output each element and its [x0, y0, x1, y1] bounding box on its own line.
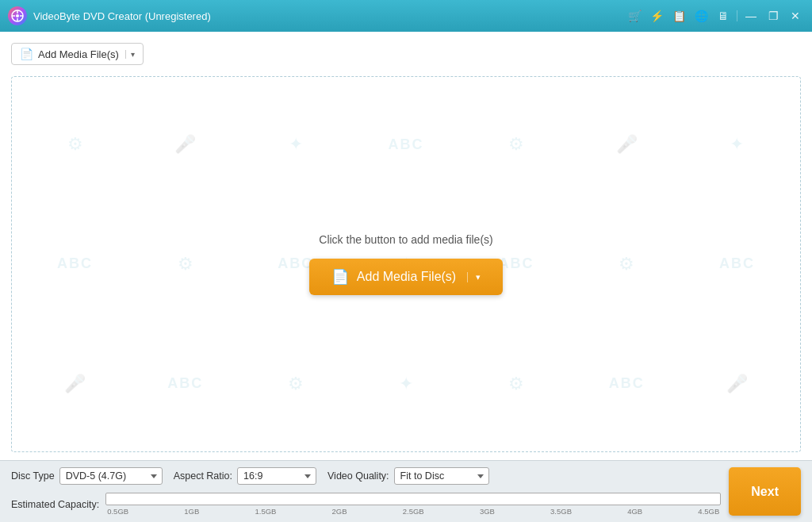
capacity-bar: [105, 493, 721, 505]
bottom-controls: Disc Type DVD-5 (4.7G) Aspect Ratio: 16:…: [11, 467, 721, 485]
wm-text-5: ABC: [719, 255, 755, 272]
wm-icon-9: ⚙: [619, 254, 634, 274]
wm-icon-1: ⚙: [67, 134, 83, 155]
bottom-bar: Disc Type DVD-5 (4.7G) Aspect Ratio: 16:…: [0, 460, 812, 522]
title-bar: VideoByte DVD Creator (Unregistered) 🛒 ⚡…: [0, 0, 812, 32]
aspect-ratio-select[interactable]: 16:9: [237, 467, 316, 485]
minimize-icon[interactable]: —: [742, 7, 760, 25]
wm-icon-14: 🎤: [726, 374, 748, 394]
capacity-row: Estimated Capacity: 0.5GB 1GB 1.5GB 2GB …: [11, 493, 721, 516]
add-media-center-dropdown-arrow[interactable]: ▾: [467, 272, 481, 282]
title-bar-controls: 🛒 ⚡ 📋 🌐 🖥 — ❐ ✕: [626, 7, 804, 25]
wm-text-3: ABC: [278, 255, 313, 272]
video-quality-group: Video Quality: Fit to Disc: [327, 467, 489, 485]
capacity-bar-wrap: 0.5GB 1GB 1.5GB 2GB 2.5GB 3GB 3.5GB 4GB …: [105, 493, 721, 516]
add-media-toolbar-icon: 📄: [20, 48, 33, 60]
cart-icon[interactable]: 🛒: [626, 7, 643, 25]
aspect-ratio-label: Aspect Ratio:: [174, 470, 232, 482]
wm-text-4: ABC: [499, 255, 534, 272]
disc-type-group: Disc Type DVD-5 (4.7G): [11, 467, 163, 485]
help-icon[interactable]: 🌐: [692, 7, 710, 25]
add-media-center-label: Add Media File(s): [357, 270, 456, 284]
feedback-icon[interactable]: 🖥: [714, 7, 732, 25]
main-content: 📄 Add Media File(s) ▾ ⚙ 🎤 ✦ ABC ⚙ 🎤 ✦ AB…: [0, 32, 812, 460]
wm-icon-4: ⚙: [508, 134, 524, 155]
tick-2.5gb: 2.5GB: [403, 507, 424, 516]
aspect-ratio-group: Aspect Ratio: 16:9: [174, 467, 316, 485]
wm-icon-10: 🎤: [64, 374, 86, 394]
wm-icon-12: ✦: [399, 374, 413, 394]
close-icon[interactable]: ✕: [787, 7, 804, 25]
lightning-icon[interactable]: ⚡: [648, 7, 665, 25]
drop-center: Click the button to add media file(s) 📄 …: [309, 233, 503, 295]
app-title: VideoByte DVD Creator (Unregistered): [33, 10, 211, 22]
drop-label: Click the button to add media file(s): [319, 233, 492, 246]
wm-icon-5: 🎤: [616, 134, 638, 155]
svg-point-1: [16, 14, 19, 17]
add-media-toolbar-button[interactable]: 📄 Add Media File(s) ▾: [11, 43, 144, 65]
add-media-toolbar-dropdown-arrow[interactable]: ▾: [125, 50, 135, 59]
wm-text-7: ABC: [609, 375, 645, 392]
tick-1.5gb: 1.5GB: [255, 507, 276, 516]
wm-icon-13: ⚙: [508, 374, 524, 394]
video-quality-label: Video Quality:: [327, 470, 389, 482]
maximize-icon[interactable]: ❐: [764, 7, 782, 25]
estimated-capacity-label: Estimated Capacity:: [11, 499, 99, 510]
wm-text-2: ABC: [57, 255, 93, 272]
tick-1gb: 1GB: [184, 507, 199, 516]
tick-4.5gb: 4.5GB: [698, 507, 719, 516]
app-logo: [8, 6, 27, 25]
disc-type-select[interactable]: DVD-5 (4.7G): [59, 467, 163, 485]
bottom-left: Disc Type DVD-5 (4.7G) Aspect Ratio: 16:…: [11, 467, 721, 516]
wm-icon-6: ✦: [730, 134, 744, 155]
tick-2gb: 2GB: [332, 507, 347, 516]
title-separator: [737, 10, 737, 21]
tick-0.5gb: 0.5GB: [107, 507, 128, 516]
video-quality-select[interactable]: Fit to Disc: [394, 467, 489, 485]
wm-icon-7: ⚙: [178, 254, 193, 274]
drop-area: ⚙ 🎤 ✦ ABC ⚙ 🎤 ✦ ABC ⚙ ABC ✦ ABC ⚙ ABC 🎤 …: [11, 76, 801, 452]
next-button[interactable]: Next: [729, 467, 801, 516]
wm-text-6: ABC: [167, 375, 203, 392]
wm-icon-11: ⚙: [288, 374, 304, 394]
toolbar: 📄 Add Media File(s) ▾: [11, 43, 801, 65]
tick-3gb: 3GB: [480, 507, 495, 516]
wm-icon-3: ✦: [289, 134, 303, 155]
disc-type-label: Disc Type: [11, 470, 55, 482]
bottom-inner: Disc Type DVD-5 (4.7G) Aspect Ratio: 16:…: [11, 467, 801, 516]
add-media-toolbar-label: Add Media File(s): [38, 48, 119, 60]
wm-icon-2: 🎤: [174, 134, 196, 155]
tick-4gb: 4GB: [627, 507, 642, 516]
capacity-tick-labels: 0.5GB 1GB 1.5GB 2GB 2.5GB 3GB 3.5GB 4GB …: [105, 507, 721, 516]
add-media-center-button[interactable]: 📄 Add Media File(s) ▾: [309, 259, 503, 295]
add-media-center-icon: 📄: [331, 268, 349, 286]
tick-3.5gb: 3.5GB: [550, 507, 572, 516]
wm-text-1: ABC: [388, 136, 423, 153]
title-bar-left: VideoByte DVD Creator (Unregistered): [8, 6, 211, 25]
register-icon[interactable]: 📋: [670, 7, 688, 25]
